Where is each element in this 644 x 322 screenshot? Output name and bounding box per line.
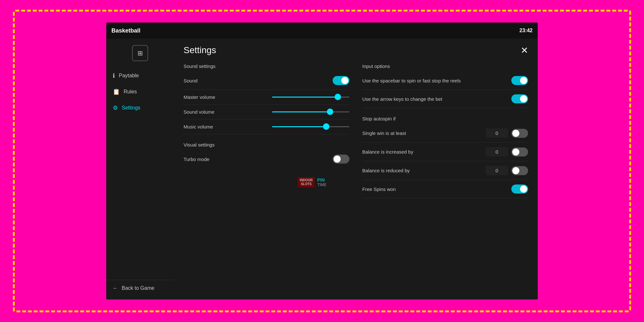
sound-volume-label: Sound volume [184, 109, 214, 115]
sound-label: Sound [184, 78, 197, 83]
sidebar: ⊞ ℹ Paytable 📋 Rules ⚙ Settings ← [106, 39, 174, 299]
sound-setting-row: Sound [184, 71, 349, 90]
single-win-row: Single win is at least [362, 124, 528, 143]
balance-reduced-row: Balance is reduced by [362, 161, 528, 180]
sound-volume-row: Sound volume [184, 105, 349, 119]
music-volume-row: Music volume [184, 119, 349, 134]
spacebar-spin-row: Use the spacebar to spin or fast stop th… [362, 71, 528, 90]
master-volume-slider[interactable] [272, 97, 349, 98]
left-column: Sound settings Sound Master volume [184, 63, 349, 198]
game-title: Basketball [111, 27, 140, 34]
game-window: Basketball 23:42 ⊞ ℹ Paytable 📋 Rules ⚙ [106, 23, 538, 299]
single-win-label: Single win is at least [362, 130, 482, 136]
sidebar-item-settings[interactable]: ⚙ Settings [106, 100, 174, 116]
balance-increased-toggle[interactable] [511, 147, 528, 156]
back-to-game-button[interactable]: ← Back to Game [113, 285, 167, 291]
back-arrow-icon: ← [113, 285, 118, 291]
top-bar: Basketball 23:42 [106, 23, 538, 39]
settings-title: Settings [184, 45, 216, 55]
music-volume-fill [272, 126, 326, 127]
arrow-bet-toggle[interactable] [511, 94, 528, 103]
input-section-title: Input options [362, 63, 528, 69]
master-volume-fill [272, 97, 338, 98]
settings-header: Settings ✕ [184, 45, 528, 56]
master-volume-label: Master volume [184, 94, 215, 100]
visual-section-title: Visual settings [184, 142, 349, 147]
arrow-bet-row: Use the arrow keys to change the bet [362, 90, 528, 108]
info-icon: ℹ [113, 72, 115, 79]
sound-section-title: Sound settings [184, 63, 349, 69]
sidebar-item-settings-label: Settings [122, 105, 140, 111]
sidebar-item-rules-label: Rules [124, 89, 137, 95]
settings-icon: ⚙ [113, 104, 118, 111]
balance-increased-input[interactable] [486, 147, 508, 156]
settings-columns: Sound settings Sound Master volume [184, 63, 528, 198]
sound-volume-slider[interactable] [272, 111, 349, 112]
sidebar-item-paytable[interactable]: ℹ Paytable [106, 68, 174, 84]
rules-icon: 📋 [113, 88, 120, 95]
sidebar-item-paytable-label: Paytable [119, 73, 139, 79]
single-win-toggle[interactable] [511, 129, 528, 138]
balance-reduced-toggle[interactable] [511, 166, 528, 175]
clock-display: 23:42 [519, 28, 533, 33]
master-volume-row: Master volume [184, 90, 349, 105]
balance-reduced-label: Balance is reduced by [362, 168, 482, 173]
sidebar-item-rules[interactable]: 📋 Rules [106, 84, 174, 100]
free-spins-toggle[interactable] [511, 185, 528, 194]
master-volume-thumb[interactable] [335, 94, 341, 100]
turbo-mode-row: Turbo mode [184, 150, 349, 168]
autospin-section-title: Stop autospin if [362, 116, 528, 121]
grid-icon-button[interactable]: ⊞ [132, 45, 148, 61]
sound-volume-fill [272, 111, 330, 112]
sound-toggle[interactable] [333, 76, 349, 85]
turbo-mode-toggle[interactable] [333, 155, 349, 164]
grid-icon: ⊞ [137, 49, 143, 57]
sound-volume-thumb[interactable] [327, 109, 333, 115]
back-to-game-label: Back to Game [122, 285, 154, 291]
sidebar-bottom: ← Back to Game [106, 280, 174, 296]
balance-increased-label: Balance is increased by [362, 149, 482, 155]
balance-reduced-input[interactable] [486, 166, 508, 175]
close-button[interactable]: ✕ [521, 45, 528, 56]
outer-border: Basketball 23:42 ⊞ ℹ Paytable 📋 Rules ⚙ [13, 10, 631, 312]
spacebar-spin-label: Use the spacebar to spin or fast stop th… [362, 78, 461, 83]
spacebar-spin-toggle[interactable] [511, 76, 528, 85]
music-volume-label: Music volume [184, 124, 213, 129]
single-win-input[interactable] [486, 128, 508, 138]
right-column: Input options Use the spacebar to spin o… [362, 63, 528, 198]
free-spins-label: Free Spins won [362, 186, 508, 192]
master-volume-track [272, 97, 349, 98]
turbo-mode-label: Turbo mode [184, 156, 209, 162]
music-volume-track [272, 126, 349, 127]
balance-increased-row: Balance is increased by [362, 143, 528, 161]
main-content: ⊞ ℹ Paytable 📋 Rules ⚙ Settings ← [106, 39, 538, 299]
arrow-bet-label: Use the arrow keys to change the bet [362, 96, 442, 102]
free-spins-row: Free Spins won [362, 180, 528, 198]
music-volume-slider[interactable] [272, 126, 349, 127]
settings-panel: Settings ✕ Sound settings Sound [174, 39, 538, 299]
sound-volume-track [272, 111, 349, 112]
music-volume-thumb[interactable] [323, 123, 329, 130]
